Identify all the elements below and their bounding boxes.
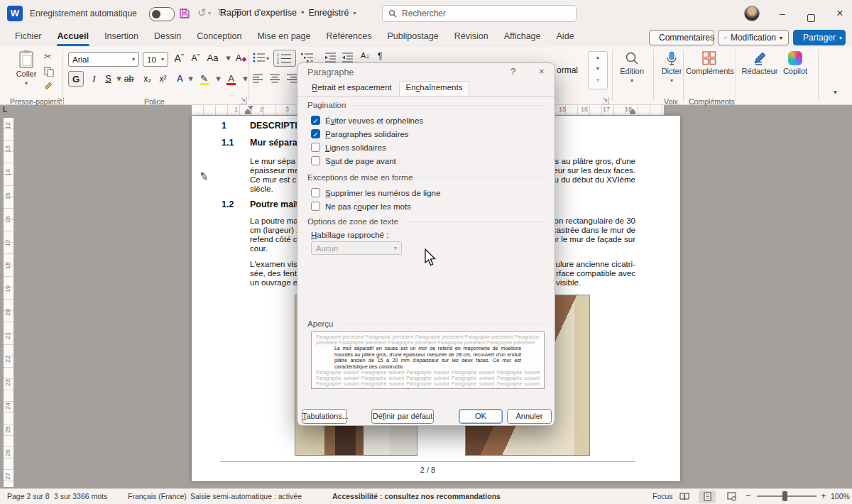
styles-gallery-scroll[interactable]: ▴▾▿ xyxy=(588,51,608,89)
pagination-option-3[interactable]: Saut de page avant xyxy=(311,154,540,168)
font-size-combo[interactable]: 10 ▾ xyxy=(143,52,168,67)
comments-button[interactable]: Commentaires xyxy=(649,30,714,45)
pagination-checkbox-2[interactable] xyxy=(311,143,320,152)
italic-button[interactable]: I xyxy=(87,71,101,87)
zoom-slider-thumb[interactable] xyxy=(782,491,787,501)
copy-icon[interactable] xyxy=(44,67,54,77)
ok-button[interactable]: OK xyxy=(459,409,503,424)
pilcrow-icon[interactable]: ¶ xyxy=(378,51,382,61)
pagination-checkbox-1[interactable]: ✓ xyxy=(311,129,320,138)
pagination-option-1[interactable]: ✓Paragraphes solidaires xyxy=(311,127,540,141)
style-normal-fragment[interactable]: ormal xyxy=(557,65,578,75)
collapse-ribbon-icon[interactable]: ▾ xyxy=(834,88,837,96)
font-color-chevron-icon[interactable]: ▾ xyxy=(239,71,252,87)
copilot-button[interactable]: Copilot xyxy=(778,51,812,75)
share-button[interactable]: Partager ▾ xyxy=(793,30,846,45)
cut-icon[interactable]: ✂ xyxy=(44,51,52,62)
search-input[interactable]: Rechercher xyxy=(382,5,577,22)
bullets-icon[interactable] xyxy=(253,53,266,62)
editing-mode-button[interactable]: Modification ▾ xyxy=(718,30,789,45)
decrease-indent-icon[interactable] xyxy=(325,53,337,62)
word-logo-icon[interactable]: W xyxy=(7,6,23,21)
dialog-tab-0[interactable]: Retrait et espacement xyxy=(305,81,399,96)
increase-indent-icon[interactable] xyxy=(342,53,354,62)
pagination-option-2[interactable]: Lignes solidaires xyxy=(311,141,540,154)
cancel-button[interactable]: Annuler xyxy=(507,409,552,424)
dialog-close-icon[interactable]: × xyxy=(539,66,545,77)
clear-formatting-icon[interactable]: A◆ xyxy=(234,50,248,66)
font-color-button[interactable]: A xyxy=(224,71,238,87)
editing-find-button[interactable]: Édition ▾ xyxy=(615,51,649,84)
zoom-out-button[interactable]: − xyxy=(746,491,751,501)
close-button[interactable]: × xyxy=(828,0,852,27)
ribbon-tab-publipostage[interactable]: Publipostage xyxy=(379,27,446,47)
ribbon-tab-mise-en-page[interactable]: Mise en page xyxy=(249,27,318,47)
ribbon-tab-accueil[interactable]: Accueil xyxy=(50,27,97,47)
align-center-icon[interactable] xyxy=(270,74,280,83)
zoom-in-button[interactable]: + xyxy=(821,491,826,501)
hanging-indent-marker[interactable] xyxy=(245,111,251,114)
set-default-button[interactable]: Définir par défaut xyxy=(371,409,434,424)
ribbon-tab-références[interactable]: Références xyxy=(318,27,379,47)
pagination-option-0[interactable]: ✓Éviter veuves et orphelines xyxy=(311,114,540,127)
addins-button[interactable]: Compléments xyxy=(686,51,733,75)
paste-button[interactable]: Coller ▾ xyxy=(11,50,41,87)
dialog-help-icon[interactable]: ? xyxy=(510,66,515,77)
pagination-checkbox-0[interactable]: ✓ xyxy=(311,116,320,125)
exception-option-1[interactable]: Ne pas couper les mots xyxy=(311,199,540,213)
align-right-icon[interactable] xyxy=(287,74,297,83)
highlight-button[interactable]: ✎ xyxy=(197,71,211,87)
editor-button[interactable]: Rédacteur xyxy=(740,51,780,75)
clipboard-dialog-launcher[interactable]: ↘ xyxy=(57,97,64,104)
strikethrough-button[interactable]: ab xyxy=(122,71,136,87)
change-case-icon[interactable]: Aa xyxy=(206,50,219,66)
restore-button[interactable] xyxy=(799,0,823,27)
accessibility-status[interactable]: Accessibilité : consultez nos recommanda… xyxy=(332,492,501,500)
font-name-combo[interactable]: Arial ▾ xyxy=(68,52,139,67)
dialog-tab-1[interactable]: Enchaînements xyxy=(399,81,470,96)
ribbon-tab-insertion[interactable]: Insertion xyxy=(97,27,146,47)
language-status[interactable]: Français (France) xyxy=(128,492,187,500)
styles-dialog-launcher[interactable]: ↘ xyxy=(602,97,609,104)
tight-wrap-dropdown[interactable]: Aucun ▾ xyxy=(311,241,402,255)
user-avatar[interactable] xyxy=(744,6,760,21)
undo-chevron-icon[interactable]: ▾ xyxy=(208,10,211,16)
read-mode-button[interactable] xyxy=(676,491,693,503)
ribbon-tab-fichier[interactable]: Fichier xyxy=(7,27,50,47)
ribbon-tab-conception[interactable]: Conception xyxy=(189,27,249,47)
focus-label[interactable]: Focus xyxy=(652,492,673,500)
font-dialog-launcher[interactable]: ↘ xyxy=(240,97,247,104)
text-effects-chevron-icon[interactable]: ▾ xyxy=(184,71,197,87)
change-case-chevron-icon[interactable]: ▾ xyxy=(222,50,235,66)
autosave-toggle[interactable] xyxy=(149,7,175,21)
ribbon-tab-affichage[interactable]: Affichage xyxy=(496,27,549,47)
multilevel-list-icon[interactable] xyxy=(301,53,314,62)
right-indent-marker[interactable] xyxy=(630,111,635,114)
sort-icon[interactable]: A↓ xyxy=(361,51,370,60)
document-title[interactable]: Rapport d'expertise • Enregistré ▾ xyxy=(220,8,356,18)
ribbon-tab-aide[interactable]: Aide xyxy=(549,27,582,47)
ruler-tab-selector[interactable]: L xyxy=(3,106,7,114)
word-count[interactable]: 3 sur 3366 mots xyxy=(54,492,107,500)
web-layout-button[interactable] xyxy=(723,491,740,503)
align-left-icon[interactable] xyxy=(253,74,263,83)
format-painter-icon[interactable] xyxy=(44,81,54,91)
numbering-button[interactable]: 123 xyxy=(273,50,296,67)
undo-icon[interactable]: ↺ xyxy=(197,6,207,19)
zoom-level[interactable]: 100% xyxy=(831,492,850,500)
minimize-button[interactable]: – xyxy=(770,0,794,27)
page-count[interactable]: Page 2 sur 8 xyxy=(7,492,50,500)
bullets-chevron-icon[interactable]: ▾ xyxy=(266,55,269,62)
exception-checkbox-1[interactable] xyxy=(311,202,320,211)
exception-checkbox-0[interactable] xyxy=(311,188,320,197)
exception-option-0[interactable]: Supprimer les numéros de ligne xyxy=(311,186,540,199)
bold-button[interactable]: G xyxy=(68,71,84,87)
superscript-button[interactable]: x² xyxy=(156,71,170,87)
save-icon[interactable] xyxy=(179,8,190,19)
pagination-checkbox-3[interactable] xyxy=(311,156,320,165)
print-layout-button[interactable] xyxy=(699,491,716,503)
ribbon-tab-révision[interactable]: Révision xyxy=(447,27,496,47)
ribbon-tab-dessin[interactable]: Dessin xyxy=(146,27,189,47)
autocomplete-status[interactable]: Saisie semi-automatique : activée xyxy=(190,492,302,500)
subscript-button[interactable]: x₂ xyxy=(141,71,154,87)
